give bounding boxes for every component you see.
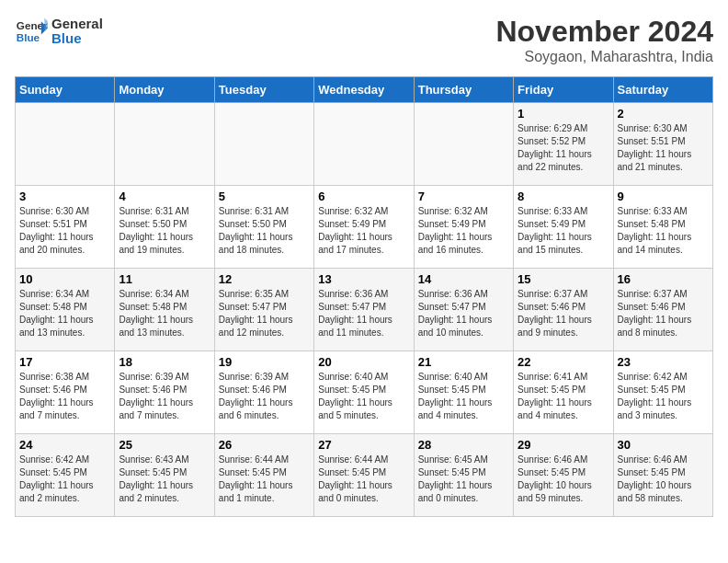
calendar-day-cell: 12Sunrise: 6:35 AM Sunset: 5:47 PM Dayli…	[214, 269, 313, 351]
calendar-day-cell: 28Sunrise: 6:45 AM Sunset: 5:45 PM Dayli…	[414, 434, 513, 517]
day-info: Sunrise: 6:29 AM Sunset: 5:52 PM Dayligh…	[518, 122, 609, 174]
day-info: Sunrise: 6:44 AM Sunset: 5:45 PM Dayligh…	[219, 454, 310, 505]
day-number: 17	[19, 355, 110, 369]
day-info: Sunrise: 6:39 AM Sunset: 5:46 PM Dayligh…	[119, 371, 210, 422]
calendar-day-cell: 3Sunrise: 6:30 AM Sunset: 5:51 PM Daylig…	[16, 186, 115, 269]
day-number: 14	[418, 272, 509, 286]
day-info: Sunrise: 6:42 AM Sunset: 5:45 PM Dayligh…	[19, 454, 110, 505]
day-info: Sunrise: 6:45 AM Sunset: 5:45 PM Dayligh…	[418, 454, 509, 505]
day-number: 19	[219, 355, 310, 369]
day-info: Sunrise: 6:30 AM Sunset: 5:51 PM Dayligh…	[618, 122, 709, 174]
day-number: 15	[518, 272, 609, 286]
day-number: 11	[119, 272, 210, 286]
calendar-day-cell: 22Sunrise: 6:41 AM Sunset: 5:45 PM Dayli…	[514, 351, 613, 434]
logo: General Blue General Blue	[15, 15, 103, 48]
day-of-week-header: Sunday	[16, 77, 115, 103]
calendar-day-cell: 21Sunrise: 6:40 AM Sunset: 5:45 PM Dayli…	[414, 351, 513, 434]
calendar-day-cell: 6Sunrise: 6:32 AM Sunset: 5:49 PM Daylig…	[314, 186, 414, 269]
day-number: 23	[618, 355, 709, 369]
day-number: 9	[618, 190, 709, 203]
calendar-day-cell: 27Sunrise: 6:44 AM Sunset: 5:45 PM Dayli…	[314, 434, 414, 517]
day-number: 1	[518, 107, 609, 121]
calendar-day-cell: 25Sunrise: 6:43 AM Sunset: 5:45 PM Dayli…	[115, 434, 214, 517]
calendar-day-cell: 10Sunrise: 6:34 AM Sunset: 5:48 PM Dayli…	[16, 269, 115, 351]
day-number: 28	[418, 438, 509, 452]
day-number: 2	[618, 107, 709, 121]
calendar-day-cell: 1Sunrise: 6:29 AM Sunset: 5:52 PM Daylig…	[514, 103, 613, 186]
day-info: Sunrise: 6:46 AM Sunset: 5:45 PM Dayligh…	[518, 454, 609, 505]
day-info: Sunrise: 6:41 AM Sunset: 5:45 PM Dayligh…	[518, 371, 609, 422]
page-header: General Blue General Blue November 2024 …	[15, 15, 713, 65]
day-info: Sunrise: 6:40 AM Sunset: 5:45 PM Dayligh…	[318, 371, 409, 422]
calendar-week-row: 17Sunrise: 6:38 AM Sunset: 5:46 PM Dayli…	[16, 351, 713, 434]
day-info: Sunrise: 6:39 AM Sunset: 5:46 PM Dayligh…	[219, 371, 310, 422]
calendar-day-cell: 18Sunrise: 6:39 AM Sunset: 5:46 PM Dayli…	[115, 351, 214, 434]
day-of-week-header: Tuesday	[214, 77, 313, 103]
calendar-day-cell: 5Sunrise: 6:31 AM Sunset: 5:50 PM Daylig…	[214, 186, 313, 269]
day-of-week-header: Thursday	[414, 77, 513, 103]
calendar-day-cell	[214, 103, 313, 186]
calendar-day-cell: 13Sunrise: 6:36 AM Sunset: 5:47 PM Dayli…	[314, 269, 414, 351]
day-info: Sunrise: 6:37 AM Sunset: 5:46 PM Dayligh…	[618, 288, 709, 339]
day-info: Sunrise: 6:35 AM Sunset: 5:47 PM Dayligh…	[219, 288, 310, 339]
day-info: Sunrise: 6:30 AM Sunset: 5:51 PM Dayligh…	[19, 205, 110, 257]
day-info: Sunrise: 6:33 AM Sunset: 5:49 PM Dayligh…	[518, 205, 609, 257]
calendar-day-cell: 29Sunrise: 6:46 AM Sunset: 5:45 PM Dayli…	[514, 434, 613, 517]
day-number: 8	[518, 190, 609, 203]
day-number: 22	[518, 355, 609, 369]
calendar-day-cell: 2Sunrise: 6:30 AM Sunset: 5:51 PM Daylig…	[613, 103, 712, 186]
day-of-week-header: Friday	[514, 77, 613, 103]
logo-general: General	[51, 17, 103, 32]
calendar-day-cell	[414, 103, 513, 186]
day-number: 4	[119, 190, 210, 203]
day-number: 18	[119, 355, 210, 369]
calendar-day-cell: 20Sunrise: 6:40 AM Sunset: 5:45 PM Dayli…	[314, 351, 414, 434]
calendar-day-cell: 17Sunrise: 6:38 AM Sunset: 5:46 PM Dayli…	[16, 351, 115, 434]
day-info: Sunrise: 6:33 AM Sunset: 5:48 PM Dayligh…	[618, 205, 709, 257]
day-number: 20	[318, 355, 409, 369]
day-number: 26	[219, 438, 310, 452]
calendar-day-cell: 16Sunrise: 6:37 AM Sunset: 5:46 PM Dayli…	[613, 269, 712, 351]
day-info: Sunrise: 6:37 AM Sunset: 5:46 PM Dayligh…	[518, 288, 609, 339]
day-number: 24	[19, 438, 110, 452]
day-info: Sunrise: 6:36 AM Sunset: 5:47 PM Dayligh…	[318, 288, 409, 339]
day-number: 12	[219, 272, 310, 286]
day-info: Sunrise: 6:46 AM Sunset: 5:45 PM Dayligh…	[618, 454, 709, 505]
calendar-week-row: 1Sunrise: 6:29 AM Sunset: 5:52 PM Daylig…	[16, 103, 713, 186]
calendar-week-row: 10Sunrise: 6:34 AM Sunset: 5:48 PM Dayli…	[16, 269, 713, 351]
day-of-week-header: Saturday	[613, 77, 712, 103]
day-info: Sunrise: 6:40 AM Sunset: 5:45 PM Dayligh…	[418, 371, 509, 422]
day-info: Sunrise: 6:31 AM Sunset: 5:50 PM Dayligh…	[119, 205, 210, 257]
calendar-day-cell: 19Sunrise: 6:39 AM Sunset: 5:46 PM Dayli…	[214, 351, 313, 434]
calendar-day-cell: 23Sunrise: 6:42 AM Sunset: 5:45 PM Dayli…	[613, 351, 712, 434]
title-block: November 2024 Soygaon, Maharashtra, Indi…	[495, 15, 713, 65]
day-info: Sunrise: 6:44 AM Sunset: 5:45 PM Dayligh…	[318, 454, 409, 505]
calendar-day-cell: 9Sunrise: 6:33 AM Sunset: 5:48 PM Daylig…	[613, 186, 712, 269]
day-number: 21	[418, 355, 509, 369]
day-of-week-header: Wednesday	[314, 77, 414, 103]
calendar-day-cell: 8Sunrise: 6:33 AM Sunset: 5:49 PM Daylig…	[514, 186, 613, 269]
day-info: Sunrise: 6:38 AM Sunset: 5:46 PM Dayligh…	[19, 371, 110, 422]
calendar-day-cell: 30Sunrise: 6:46 AM Sunset: 5:45 PM Dayli…	[613, 434, 712, 517]
calendar-day-cell: 24Sunrise: 6:42 AM Sunset: 5:45 PM Dayli…	[16, 434, 115, 517]
calendar-day-cell	[314, 103, 414, 186]
day-number: 16	[618, 272, 709, 286]
calendar-day-cell	[16, 103, 115, 186]
day-number: 10	[19, 272, 110, 286]
day-header-row: SundayMondayTuesdayWednesdayThursdayFrid…	[16, 77, 713, 103]
calendar-day-cell: 11Sunrise: 6:34 AM Sunset: 5:48 PM Dayli…	[115, 269, 214, 351]
logo-icon: General Blue	[15, 15, 48, 48]
month-title: November 2024	[495, 15, 713, 49]
day-info: Sunrise: 6:34 AM Sunset: 5:48 PM Dayligh…	[19, 288, 110, 339]
day-info: Sunrise: 6:34 AM Sunset: 5:48 PM Dayligh…	[119, 288, 210, 339]
calendar-day-cell: 14Sunrise: 6:36 AM Sunset: 5:47 PM Dayli…	[414, 269, 513, 351]
day-number: 13	[318, 272, 409, 286]
calendar-table: SundayMondayTuesdayWednesdayThursdayFrid…	[15, 76, 713, 517]
calendar-day-cell: 15Sunrise: 6:37 AM Sunset: 5:46 PM Dayli…	[514, 269, 613, 351]
day-info: Sunrise: 6:36 AM Sunset: 5:47 PM Dayligh…	[418, 288, 509, 339]
day-info: Sunrise: 6:32 AM Sunset: 5:49 PM Dayligh…	[318, 205, 409, 257]
location-subtitle: Soygaon, Maharashtra, India	[495, 49, 713, 65]
day-info: Sunrise: 6:43 AM Sunset: 5:45 PM Dayligh…	[119, 454, 210, 505]
day-info: Sunrise: 6:42 AM Sunset: 5:45 PM Dayligh…	[618, 371, 709, 422]
day-info: Sunrise: 6:31 AM Sunset: 5:50 PM Dayligh…	[219, 205, 310, 257]
